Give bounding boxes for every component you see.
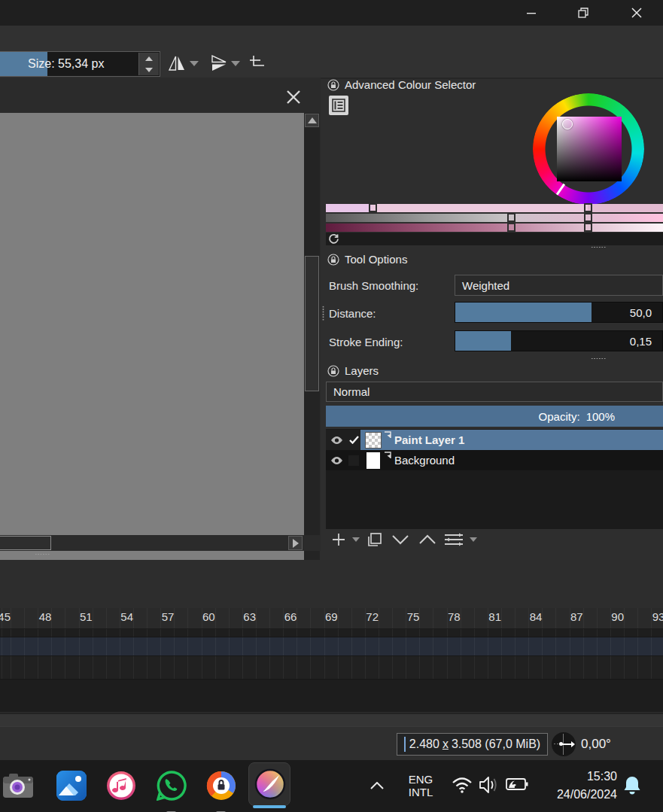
- frame-number: 84: [521, 610, 551, 623]
- layer-visibility-toggle[interactable]: [327, 450, 345, 470]
- mirror-vertical-options-button[interactable]: [230, 53, 242, 74]
- horizontal-scroll-thumb[interactable]: [0, 536, 51, 550]
- layer-thumbnail[interactable]: [363, 450, 383, 470]
- layer-type-icon: [384, 431, 393, 440]
- docker-splitter-handle[interactable]: [591, 357, 606, 360]
- add-layer-options-button[interactable]: [351, 530, 361, 549]
- document-size-field[interactable]: 2.480 x 3.508 (67,0 MiB): [397, 733, 548, 756]
- stroke-ending-label: Stroke Ending:: [329, 336, 403, 348]
- mirror-horizontal-options-button[interactable]: [188, 53, 200, 74]
- layer-properties-options-button[interactable]: [468, 530, 479, 549]
- layer-row-background[interactable]: Background: [326, 450, 663, 470]
- floating-panel: [0, 78, 321, 550]
- shade-handle[interactable]: [507, 223, 515, 232]
- notifications-button[interactable]: [622, 775, 643, 796]
- frame-number: 87: [561, 610, 592, 623]
- taskbar-photos-app[interactable]: [53, 768, 90, 804]
- refresh-icon[interactable]: [328, 233, 339, 245]
- chevron-up-icon: [418, 534, 436, 545]
- stroke-ending-slider-fill: [455, 331, 511, 351]
- list-settings-icon: [332, 99, 345, 112]
- frame-number: 81: [480, 610, 510, 623]
- taskbar-browser-app[interactable]: [203, 768, 239, 804]
- language-line2: INTL: [403, 786, 438, 798]
- taskbar-camera-app[interactable]: [0, 768, 36, 804]
- mirror-vertical-button[interactable]: [208, 53, 230, 74]
- language-indicator[interactable]: ENG INTL: [403, 773, 438, 798]
- battery-icon: [506, 777, 528, 792]
- brush-size-slider[interactable]: Size: 55,34 px: [0, 51, 160, 77]
- layer-name[interactable]: Paint Layer 1: [394, 433, 464, 446]
- layer-checkbox[interactable]: [346, 430, 361, 450]
- photos-icon: [56, 770, 87, 801]
- move-layer-down-button[interactable]: [388, 530, 412, 549]
- volume-button[interactable]: [479, 776, 500, 794]
- timeline-ruler[interactable]: 4548515457606366697275788184879093: [0, 608, 663, 629]
- battery-button[interactable]: [506, 777, 528, 792]
- checkmark-icon: [349, 436, 359, 444]
- shade-selector-bar-3[interactable]: [326, 224, 663, 232]
- taskbar-krita-app-active[interactable]: [248, 762, 290, 806]
- shade-handle[interactable]: [584, 213, 592, 222]
- layer-row-paint-layer-1[interactable]: Paint Layer 1: [326, 430, 663, 450]
- color-selector-settings-button[interactable]: [329, 96, 348, 115]
- layer-name[interactable]: Background: [394, 454, 455, 467]
- timeline-row-background[interactable]: [0, 656, 663, 680]
- brush-smoothing-dropdown[interactable]: Weighted: [455, 275, 663, 296]
- blend-mode-dropdown[interactable]: Normal: [326, 382, 663, 402]
- layer-properties-button[interactable]: [443, 530, 465, 549]
- frame-number: 75: [398, 610, 428, 623]
- distance-slider[interactable]: 50,0: [455, 302, 663, 323]
- vertical-splitter-handle[interactable]: [322, 306, 324, 321]
- timeline-empty-area: [0, 680, 663, 712]
- scroll-up-button[interactable]: [305, 114, 319, 127]
- spin-up-button[interactable]: [139, 53, 159, 64]
- shade-handle[interactable]: [584, 223, 592, 232]
- close-button[interactable]: [619, 0, 654, 26]
- opacity-slider[interactable]: Opacity: 100%: [326, 406, 663, 427]
- shade-selector-bar-2[interactable]: [326, 214, 663, 222]
- shade-handle[interactable]: [369, 203, 377, 212]
- layer-visibility-toggle[interactable]: [327, 430, 345, 450]
- frame-number: 93: [643, 610, 663, 623]
- clock[interactable]: 15:30 24/06/2024: [527, 768, 617, 804]
- layer-checkbox[interactable]: [346, 450, 361, 470]
- taskbar-whatsapp-app[interactable]: [154, 768, 190, 804]
- shade-selector-bar-1[interactable]: [326, 204, 663, 212]
- vertical-scroll-thumb[interactable]: [305, 256, 319, 391]
- dropdown-arrow-icon: [352, 537, 360, 542]
- mirror-horizontal-button[interactable]: [166, 53, 188, 74]
- docker-title-text: Layers: [345, 364, 379, 377]
- scroll-right-button[interactable]: [288, 536, 303, 550]
- restore-icon: [577, 7, 589, 19]
- timeline-row-paint-layer-1[interactable]: [0, 637, 663, 656]
- arrow-right-icon: [293, 539, 299, 548]
- panel-close-button[interactable]: [281, 85, 306, 109]
- docker-title-text: Tool Options: [345, 253, 407, 266]
- canvas-rotation-dial[interactable]: [552, 732, 576, 756]
- shade-handle[interactable]: [584, 203, 592, 212]
- horizontal-scrollbar[interactable]: [0, 535, 321, 551]
- restore-button[interactable]: [566, 0, 601, 26]
- brush-smoothing-label: Brush Smoothing:: [329, 279, 418, 292]
- tray-overflow-button[interactable]: [367, 778, 387, 793]
- minimize-button[interactable]: [514, 0, 549, 26]
- opacity-text: Opacity: 100%: [539, 406, 615, 427]
- frame-number: 66: [275, 610, 306, 623]
- duplicate-layer-button[interactable]: [364, 530, 385, 549]
- docker-splitter-handle[interactable]: [591, 246, 606, 248]
- add-layer-button[interactable]: [330, 530, 348, 549]
- unchecked-box: [348, 455, 359, 466]
- white-thumbnail: [366, 452, 380, 469]
- panel-resize-handle[interactable]: [35, 553, 50, 555]
- spin-down-button[interactable]: [139, 64, 159, 75]
- layer-thumbnail[interactable]: [363, 430, 383, 450]
- wifi-button[interactable]: [452, 777, 473, 793]
- move-layer-up-button[interactable]: [415, 530, 439, 549]
- shade-handle[interactable]: [507, 213, 515, 222]
- docker-lock-icon: [327, 365, 339, 377]
- stroke-ending-slider[interactable]: 0,15: [455, 330, 663, 351]
- wrap-around-button[interactable]: [247, 53, 268, 74]
- saturation-value-square[interactable]: [557, 117, 622, 181]
- taskbar-itunes-app[interactable]: [103, 768, 139, 804]
